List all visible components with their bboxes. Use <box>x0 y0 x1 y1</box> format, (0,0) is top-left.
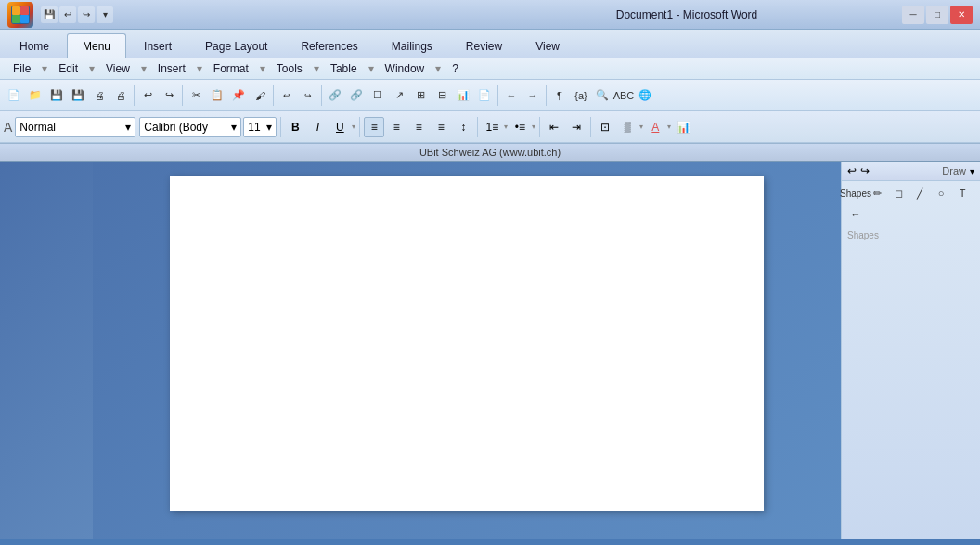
tb-arrow-btn[interactable]: ↗ <box>389 85 409 106</box>
menu-view[interactable]: View <box>98 60 137 77</box>
align-right-btn[interactable]: ≡ <box>408 117 429 137</box>
highlight-btn[interactable]: A <box>645 117 665 137</box>
draw-dropdown-arrow[interactable]: ▾ <box>970 166 974 176</box>
tab-references[interactable]: References <box>285 33 373 58</box>
close-button[interactable]: ✕ <box>950 6 973 24</box>
increase-indent-btn[interactable]: ⇥ <box>566 117 587 137</box>
draw-sub-toolbar: Shapes <box>842 227 980 244</box>
menu-help[interactable]: ? <box>445 60 466 77</box>
save-quick-btn[interactable]: 💾 <box>41 6 58 23</box>
shape-eraser[interactable]: ◻ <box>888 183 909 203</box>
tb-box-btn[interactable]: ☐ <box>368 85 388 106</box>
document-area[interactable] <box>93 162 841 539</box>
link2-btn[interactable]: 🔗 <box>346 85 367 106</box>
bullet-list-btn[interactable]: •≡ <box>509 117 530 137</box>
menu-edit[interactable]: Edit <box>51 60 85 77</box>
undo-btn[interactable]: ↩ <box>137 85 158 106</box>
undo-quick-btn[interactable]: ↩ <box>59 6 76 23</box>
abc-btn[interactable]: ABC <box>613 85 634 106</box>
copy-btn[interactable]: 📋 <box>207 85 227 106</box>
shape-circle[interactable]: ○ <box>931 183 951 203</box>
shading-btn[interactable]: ▒ <box>617 117 638 137</box>
tb-left2-btn[interactable]: ← <box>501 85 522 106</box>
cut-btn[interactable]: ✂ <box>186 85 206 106</box>
print-btn[interactable]: 🖨 <box>89 85 110 106</box>
save2-btn[interactable]: 💾 <box>68 85 88 106</box>
save-btn[interactable]: 💾 <box>46 85 67 106</box>
draw-area-label: Shapes <box>845 228 881 242</box>
size-dropdown[interactable]: 11 ▾ <box>243 117 277 137</box>
open-btn[interactable]: 📁 <box>25 85 45 106</box>
tab-home[interactable]: Home <box>4 33 65 58</box>
shapes-toolbar: Shapes ✏ ◻ ╱ ○ T ← <box>842 181 980 227</box>
field-btn[interactable]: {a} <box>571 85 591 106</box>
minimize-button[interactable]: ─ <box>902 6 924 24</box>
shape-arrow-left[interactable]: ← <box>845 204 866 225</box>
toolbar-sep-1 <box>134 85 135 106</box>
toolbar-sep-2 <box>182 85 183 106</box>
tb-doc-btn[interactable]: 📄 <box>474 85 495 106</box>
style-dropdown[interactable]: Normal ▾ <box>15 117 135 137</box>
qa-dropdown-btn[interactable]: ▾ <box>97 6 113 23</box>
align-left-btn[interactable]: ≡ <box>364 117 384 137</box>
menu-insert[interactable]: Insert <box>150 60 193 77</box>
underline-btn[interactable]: U <box>329 117 350 137</box>
num-list-btn[interactable]: 1≡ <box>482 117 502 137</box>
tb-right2-btn[interactable]: → <box>522 85 543 106</box>
tab-insert[interactable]: Insert <box>128 33 187 58</box>
shapes-btn[interactable]: Shapes <box>845 183 866 203</box>
new-btn[interactable]: 📄 <box>4 85 24 106</box>
shape-line[interactable]: ╱ <box>909 183 930 203</box>
chart2-btn[interactable]: 📊 <box>673 117 693 137</box>
draw-redo-btn[interactable]: ↪ <box>860 164 870 177</box>
menu-window[interactable]: Window <box>378 60 432 77</box>
find-btn[interactable]: 🔍 <box>592 85 612 106</box>
svg-rect-1 <box>12 6 20 15</box>
globe-btn[interactable]: 🌐 <box>635 85 655 106</box>
undo2-btn[interactable]: ↩ <box>277 85 297 106</box>
tab-page-layout[interactable]: Page Layout <box>189 33 283 58</box>
size-dropdown-arrow: ▾ <box>266 121 272 134</box>
border-btn[interactable]: ⊡ <box>595 117 615 137</box>
tb-table-btn[interactable]: ⊟ <box>432 85 452 106</box>
redo-btn[interactable]: ↪ <box>159 85 179 106</box>
draw-undo-btn[interactable]: ↩ <box>847 164 857 177</box>
title-bar: 💾 ↩ ↪ ▾ Document1 - Microsoft Word ─ □ ✕ <box>0 0 980 30</box>
tab-mailings[interactable]: Mailings <box>376 33 448 58</box>
justify-btn[interactable]: ≡ <box>431 117 451 137</box>
bold-btn[interactable]: B <box>285 117 305 137</box>
office-logo[interactable] <box>7 2 33 28</box>
right-panel-header: ↩ ↪ Draw ▾ <box>842 162 980 181</box>
line-spacing-btn[interactable]: ↕ <box>453 117 473 137</box>
paste-btn[interactable]: 📌 <box>228 85 249 106</box>
tab-menu[interactable]: Menu <box>67 33 126 58</box>
pilcrow-btn[interactable]: ¶ <box>549 85 570 106</box>
redo-quick-btn[interactable]: ↪ <box>78 6 95 23</box>
shape-text[interactable]: T <box>952 183 973 203</box>
menu-format[interactable]: Format <box>206 60 256 77</box>
format-painter-btn[interactable]: 🖌 <box>250 85 270 106</box>
svg-rect-4 <box>20 15 29 23</box>
tab-review[interactable]: Review <box>450 33 518 58</box>
decrease-indent-btn[interactable]: ⇤ <box>544 117 564 137</box>
toolbar-sep-5 <box>497 85 498 106</box>
tab-view[interactable]: View <box>520 33 575 58</box>
print2-btn[interactable]: 🖨 <box>110 85 131 106</box>
format-sep-4 <box>539 117 540 137</box>
document-page[interactable] <box>170 176 764 511</box>
redo2-btn[interactable]: ↪ <box>298 85 318 106</box>
menu-tools[interactable]: Tools <box>269 60 310 77</box>
shape-pencil[interactable]: ✏ <box>867 183 887 203</box>
tb-grid-btn[interactable]: ⊞ <box>410 85 431 106</box>
font-dropdown-arrow: ▾ <box>231 121 237 134</box>
font-dropdown[interactable]: Calibri (Body ▾ <box>139 117 241 137</box>
right-panel: ↩ ↪ Draw ▾ Shapes ✏ ◻ ╱ ○ T ← Shapes <box>841 162 980 539</box>
tb-chart-btn[interactable]: 📊 <box>453 85 473 106</box>
maximize-button[interactable]: □ <box>926 6 948 24</box>
menu-file[interactable]: File <box>6 60 38 77</box>
italic-btn[interactable]: I <box>307 117 328 137</box>
style-icon: A <box>4 120 12 135</box>
align-center-btn[interactable]: ≡ <box>386 117 406 137</box>
menu-table[interactable]: Table <box>323 60 365 77</box>
hyperlink-btn[interactable]: 🔗 <box>325 85 345 106</box>
